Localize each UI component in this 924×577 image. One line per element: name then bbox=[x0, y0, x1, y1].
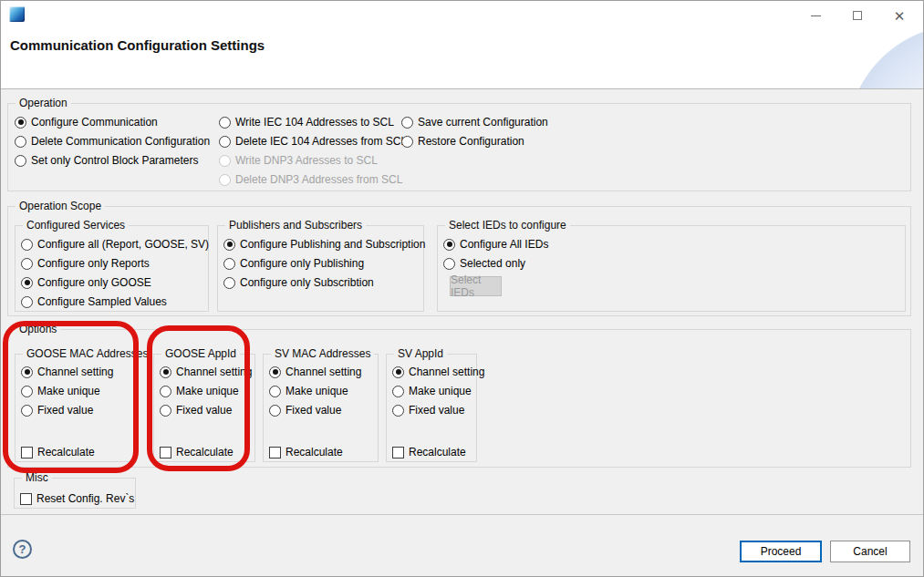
radio-write-iec-104-addresses-to-scl[interactable]: Write IEC 104 Addresses to SCL bbox=[219, 115, 394, 129]
cancel-button-label: Cancel bbox=[853, 545, 887, 558]
help-icon: ? bbox=[19, 542, 26, 556]
publishers-subscribers-label: Publishers and Subscribers bbox=[225, 219, 366, 232]
minimize-button[interactable] bbox=[794, 3, 836, 28]
radio-icon bbox=[21, 405, 33, 417]
radio-icon bbox=[15, 155, 26, 167]
goose-appid-label: GOOSE AppId bbox=[161, 347, 240, 360]
close-button[interactable]: ✕ bbox=[878, 3, 920, 28]
radio-icon bbox=[269, 405, 281, 417]
radio-label: Delete DNP3 Addresses from SCL bbox=[235, 172, 402, 187]
radio-checked-icon bbox=[392, 366, 404, 378]
footer-separator bbox=[1, 514, 923, 515]
radio-goose-appid-channel-setting[interactable]: Channel setting bbox=[160, 365, 252, 379]
options-group: Options GOOSE MAC Addresses Channel sett… bbox=[7, 329, 911, 468]
radio-restore-configuration[interactable]: Restore Configuration bbox=[401, 134, 524, 149]
radio-checked-icon bbox=[443, 239, 455, 251]
checkbox-icon bbox=[20, 493, 32, 505]
radio-icon bbox=[21, 258, 33, 270]
radio-label: Configure Communication bbox=[31, 115, 158, 129]
goose-appid-group: GOOSE AppId Channel setting Make unique … bbox=[153, 354, 255, 462]
radio-checked-icon bbox=[269, 366, 281, 378]
checkbox-goose-appid-recalculate[interactable]: Recalculate bbox=[160, 445, 234, 459]
proceed-button[interactable]: Proceed bbox=[740, 541, 822, 562]
radio-sv-appid-make-unique[interactable]: Make unique bbox=[392, 384, 472, 398]
radio-goose-appid-make-unique[interactable]: Make unique bbox=[160, 384, 239, 398]
radio-sv-appid-channel-setting[interactable]: Channel setting bbox=[392, 365, 484, 379]
radio-disabled-icon bbox=[219, 155, 231, 167]
select-ieds-button-label: Select IEDs bbox=[451, 273, 501, 299]
radio-label: Save current Configuration bbox=[418, 115, 548, 129]
checkbox-sv-appid-recalculate[interactable]: Recalculate bbox=[392, 445, 466, 459]
radio-label: Configure Sampled Values bbox=[37, 294, 167, 309]
radio-delete-iec-104-adresses-from-scl[interactable]: Delete IEC 104 Adresses from SCL bbox=[219, 134, 407, 149]
radio-icon bbox=[219, 136, 231, 148]
radio-label: Delete Communication Configuration bbox=[31, 134, 210, 149]
radio-configure-publishing-and-subscription[interactable]: Configure Publishing and Subscription bbox=[223, 237, 425, 252]
goose-mac-addresses-group: GOOSE MAC Addresses Channel setting Make… bbox=[15, 354, 137, 462]
sv-appid-group: SV AppId Channel setting Make unique Fix… bbox=[386, 354, 477, 462]
radio-configure-only-subscribtion[interactable]: Configure only Subscribtion bbox=[223, 275, 374, 290]
maximize-button[interactable] bbox=[836, 3, 878, 28]
misc-group-label: Misc bbox=[22, 471, 52, 484]
radio-label: Channel setting bbox=[37, 365, 113, 379]
goose-mac-addresses-label: GOOSE MAC Addresses bbox=[23, 347, 151, 360]
radio-goose-appid-fixed-value[interactable]: Fixed value bbox=[160, 403, 232, 417]
radio-label: Configure only Subscribtion bbox=[240, 275, 374, 290]
radio-label: Configure All IEDs bbox=[460, 237, 548, 252]
radio-configure-only-goose[interactable]: Configure only GOOSE bbox=[21, 275, 151, 290]
radio-sv-mac-fixed-value[interactable]: Fixed value bbox=[269, 403, 341, 417]
radio-sv-appid-fixed-value[interactable]: Fixed value bbox=[392, 403, 464, 417]
radio-write-dnp3-adresses-to-scl: Write DNP3 Adresses to SCL bbox=[219, 153, 378, 168]
radio-label: Channel setting bbox=[286, 365, 361, 379]
radio-checked-icon bbox=[21, 277, 33, 289]
select-ieds-group-label: Select IEDs to configure bbox=[445, 219, 570, 232]
checkbox-label: Recalculate bbox=[37, 445, 95, 459]
radio-label: Configure all (Report, GOOSE, SV) bbox=[37, 237, 209, 252]
operation-scope-group: Operation Scope Configured Services Conf… bbox=[7, 206, 911, 316]
radio-label: Make unique bbox=[286, 384, 348, 398]
radio-configure-all-report-goose-sv[interactable]: Configure all (Report, GOOSE, SV) bbox=[21, 237, 209, 252]
radio-label: Channel setting bbox=[409, 365, 484, 379]
radio-configure-only-publishing[interactable]: Configure only Publishing bbox=[223, 256, 364, 271]
radio-icon bbox=[392, 386, 404, 397]
radio-sv-mac-channel-setting[interactable]: Channel setting bbox=[269, 365, 361, 379]
sv-mac-addresses-group: SV MAC Addresses Channel setting Make un… bbox=[263, 354, 379, 462]
radio-label: Fixed value bbox=[409, 403, 464, 417]
close-icon: ✕ bbox=[894, 9, 906, 23]
radio-save-current-configuration[interactable]: Save current Configuration bbox=[401, 115, 548, 129]
cancel-button[interactable]: Cancel bbox=[830, 541, 910, 562]
options-group-label: Options bbox=[16, 323, 60, 335]
checkbox-label: Recalculate bbox=[409, 445, 466, 459]
checkbox-icon bbox=[392, 447, 404, 459]
radio-checked-icon bbox=[21, 366, 33, 378]
radio-icon bbox=[160, 386, 171, 397]
radio-label: Channel setting bbox=[176, 365, 252, 379]
proceed-button-label: Proceed bbox=[761, 545, 802, 558]
radio-configure-only-reports[interactable]: Configure only Reports bbox=[21, 256, 150, 271]
operation-group: Operation Configure Communication Delete… bbox=[7, 103, 911, 191]
radio-delete-communication-configuration[interactable]: Delete Communication Configuration bbox=[15, 134, 210, 149]
checkbox-sv-mac-recalculate[interactable]: Recalculate bbox=[269, 445, 343, 459]
radio-set-only-control-block-parameters[interactable]: Set only Control Block Parameters bbox=[15, 153, 198, 168]
select-ieds-button[interactable]: Select IEDs bbox=[450, 276, 502, 296]
select-ieds-group: Select IEDs to configure Configure All I… bbox=[437, 225, 906, 312]
radio-goose-mac-make-unique[interactable]: Make unique bbox=[21, 384, 100, 398]
checkbox-goose-mac-recalculate[interactable]: Recalculate bbox=[21, 445, 95, 459]
radio-icon bbox=[21, 386, 33, 397]
misc-group: Misc Reset Config. Rev`s bbox=[14, 478, 136, 509]
radio-disabled-icon bbox=[219, 174, 231, 186]
radio-goose-mac-fixed-value[interactable]: Fixed value bbox=[21, 403, 93, 417]
radio-configure-communication[interactable]: Configure Communication bbox=[15, 115, 158, 129]
radio-label: Write DNP3 Adresses to SCL bbox=[235, 153, 378, 168]
radio-configure-all-ieds[interactable]: Configure All IEDs bbox=[443, 237, 548, 252]
radio-label: Make unique bbox=[409, 384, 472, 398]
radio-configure-sampled-values[interactable]: Configure Sampled Values bbox=[21, 294, 167, 309]
radio-selected-only[interactable]: Selected only bbox=[443, 256, 525, 271]
radio-label: Configure only GOOSE bbox=[37, 275, 151, 290]
radio-goose-mac-channel-setting[interactable]: Channel setting bbox=[21, 365, 113, 379]
checkbox-label: Recalculate bbox=[286, 445, 343, 459]
checkbox-label: Recalculate bbox=[176, 445, 234, 459]
checkbox-reset-config-revs[interactable]: Reset Config. Rev`s bbox=[20, 491, 134, 506]
help-button[interactable]: ? bbox=[13, 540, 32, 559]
radio-sv-mac-make-unique[interactable]: Make unique bbox=[269, 384, 348, 398]
